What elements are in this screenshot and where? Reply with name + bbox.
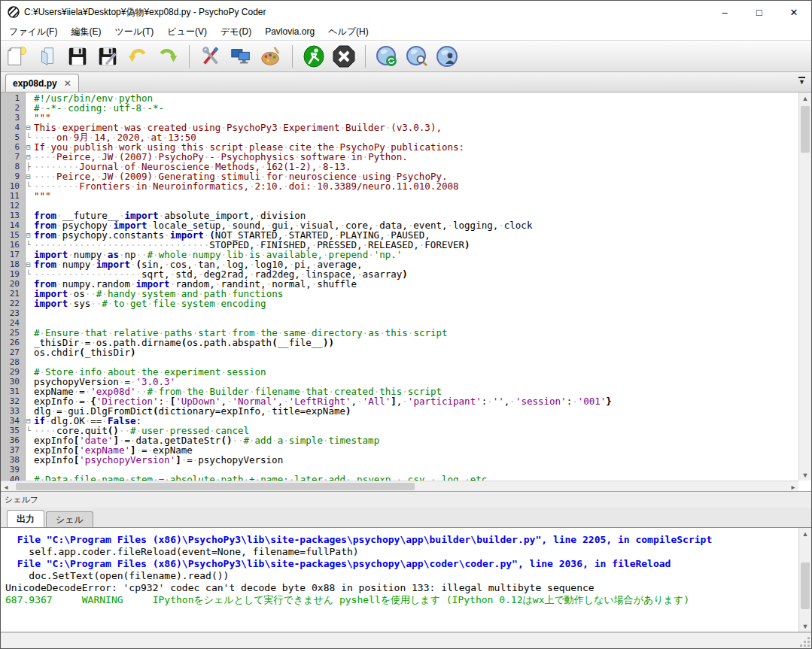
code-area[interactable]: 1#!/usr/bin/env·python2#·-*-·coding:·utf… (1, 92, 798, 481)
line-number: 39 (1, 465, 23, 475)
color-picker-button[interactable] (257, 43, 284, 70)
fold-marker-icon (23, 445, 34, 455)
line-number: 24 (1, 318, 23, 328)
output-vertical-scrollbar[interactable]: ▲ ▼ (798, 528, 811, 632)
editor-horizontal-scrollbar[interactable]: ◂ ▸ (1, 481, 798, 491)
line-number: 19 (1, 269, 23, 279)
code-editor[interactable]: 1#!/usr/bin/env·python2#·-*-·coding:·utf… (1, 92, 811, 491)
run-button[interactable] (300, 43, 327, 70)
code-text: expInfo['psychopyVersion']·=·psychopyVer… (34, 455, 798, 465)
line-number: 15 (1, 230, 23, 240)
line-number: 7 (1, 152, 23, 162)
scroll-up-icon[interactable]: ▲ (799, 528, 811, 539)
fold-marker-icon[interactable]: ⊟ (23, 230, 34, 240)
scrollbar-thumb[interactable] (801, 106, 810, 153)
fold-marker-icon: └ (23, 132, 34, 142)
save-button[interactable] (64, 43, 91, 70)
maximize-button[interactable]: □ (742, 1, 777, 23)
stop-icon (332, 44, 356, 68)
run-icon (302, 44, 326, 68)
pavlovia-search-button[interactable] (403, 43, 430, 70)
line-number: 28 (1, 357, 23, 367)
tools-icon (199, 45, 222, 68)
pavlovia-user-button[interactable] (433, 43, 461, 70)
code-line[interactable]: 10└········Frontiers·in·Neuroinformatics… (1, 181, 798, 191)
scroll-up-icon[interactable]: ▲ (799, 92, 811, 104)
title-bar[interactable]: C:¥Users¥iiela¥Desktop¥偽物¥exp08d.py - Ps… (1, 1, 811, 23)
close-button[interactable]: ✕ (777, 1, 811, 23)
fold-marker-icon[interactable]: ⊟ (23, 416, 34, 426)
fold-marker-icon: └ (23, 269, 34, 279)
undo-button[interactable] (124, 43, 151, 70)
redo-button[interactable] (154, 43, 181, 70)
menu-help[interactable]: ヘルプ(H) (321, 23, 376, 41)
tab-output[interactable]: 出力 (7, 510, 44, 527)
fold-marker-icon (23, 455, 34, 465)
toolbar-separator (292, 45, 293, 68)
tab-close-icon[interactable]: ✕ (64, 78, 71, 89)
scroll-left-icon[interactable]: ◂ (1, 481, 11, 491)
new-file-button[interactable] (4, 43, 31, 70)
save-as-button[interactable] (94, 43, 121, 70)
tab-list-icon[interactable]: ▼ (798, 77, 805, 86)
line-number: 29 (1, 367, 23, 377)
scrollbar-thumb[interactable] (16, 483, 415, 490)
line-number: 14 (1, 220, 23, 230)
pavlovia-sync-button[interactable] (373, 43, 400, 70)
save-as-icon (96, 45, 119, 68)
fold-marker-icon[interactable]: ⊟ (23, 259, 34, 269)
line-number: 9 (1, 171, 23, 181)
code-line[interactable]: 23 (1, 308, 798, 318)
menu-file[interactable]: ファイル(F) (2, 23, 64, 41)
code-line[interactable]: 27os.chdir(_thisDir) (1, 347, 798, 357)
scroll-down-icon[interactable]: ▼ (799, 469, 811, 481)
fold-marker-icon[interactable]: ⊟ (23, 142, 34, 152)
toolbar-separator (365, 45, 366, 68)
code-line[interactable]: 40#·Data·file·name·stem·=·absolute·path·… (1, 475, 798, 481)
code-text: ········Frontiers·in·Neuroinformatics,·2… (34, 181, 798, 191)
code-text (34, 308, 798, 318)
fold-marker-icon[interactable]: ⊟ (23, 152, 34, 162)
fold-marker-icon: └ (23, 181, 34, 191)
output-console[interactable]: File "C:\Program Files (x86)\PsychoPy3\l… (1, 528, 798, 632)
fold-marker-icon (23, 328, 34, 338)
fold-marker-icon: └ (23, 240, 34, 250)
output-panel[interactable]: File "C:\Program Files (x86)\PsychoPy3\l… (1, 527, 811, 632)
minimize-button[interactable]: – (707, 1, 742, 23)
preferences-tools-button[interactable] (197, 43, 224, 70)
scrollbar-thumb[interactable] (801, 563, 810, 609)
editor-vertical-scrollbar[interactable]: ▲ ▼ (798, 92, 811, 481)
tab-exp08d[interactable]: exp08d.py ✕ (5, 74, 79, 92)
line-number: 2 (1, 103, 23, 113)
code-line[interactable]: 38expInfo['psychopyVersion']·=·psychopyV… (1, 455, 798, 465)
line-number: 38 (1, 455, 23, 465)
shelf-header: シェルフ (1, 491, 811, 508)
fold-marker-icon[interactable]: ⊟ (23, 123, 34, 132)
fold-marker-icon (23, 347, 34, 357)
scroll-right-icon[interactable]: ▸ (788, 481, 798, 491)
menu-pavlovia[interactable]: Pavlovia.org (258, 24, 321, 39)
code-line[interactable]: 22import·sys··#·to·get·file·system·encod… (1, 299, 798, 308)
menu-tools[interactable]: ツール(T) (108, 23, 160, 41)
output-line: 687.9367 WARNING IPythonをシェルとして実行できません p… (5, 594, 795, 606)
monitor-center-button[interactable] (227, 43, 254, 70)
menu-view[interactable]: ビュー(V) (160, 23, 214, 41)
line-number: 18 (1, 259, 23, 269)
fold-marker-icon (23, 211, 34, 220)
output-line: doc.SetText(open(filename).read()) (5, 570, 795, 582)
line-number: 23 (1, 308, 23, 318)
menu-edit[interactable]: 編集(E) (64, 23, 108, 41)
resize-grip-icon[interactable] (800, 637, 810, 647)
menu-demos[interactable]: デモ(D) (214, 23, 258, 41)
line-number: 27 (1, 347, 23, 357)
fold-marker-icon[interactable]: ⊟ (23, 171, 34, 181)
line-number: 32 (1, 396, 23, 406)
code-line[interactable]: 2#·-*-·coding:·utf-8·-*- (1, 103, 798, 113)
stop-button[interactable] (330, 43, 357, 70)
scroll-down-icon[interactable]: ▼ (799, 620, 811, 632)
tab-shell[interactable]: シェル (46, 511, 93, 527)
line-number: 16 (1, 240, 23, 250)
code-line[interactable]: 11""" (1, 191, 798, 201)
open-file-button[interactable] (34, 43, 61, 70)
fold-marker-icon (23, 299, 34, 308)
